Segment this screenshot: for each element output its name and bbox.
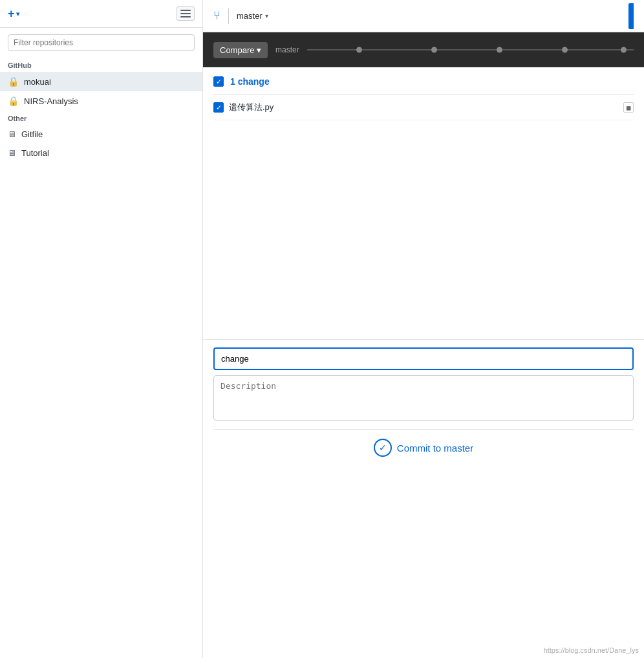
changes-content: 1 change 遗传算法.py ◼ [203,67,644,339]
panel-toggle-icon [180,10,191,17]
branch-button[interactable]: master ▾ [237,11,268,21]
topbar-divider [228,8,229,24]
file-row: 遗传算法.py ◼ [213,95,634,120]
sidebar-item-nirs-analysis[interactable]: 🔒 NIRS-Analysis [0,91,202,111]
filename: 遗传算法.py [229,102,618,113]
filter-container [0,28,202,58]
timeline-dot-3 [497,47,502,53]
commit-circle-icon: ✓ [374,439,392,457]
monitor-icon-gitfile: 🖥 [8,129,16,139]
timeline-dot-2 [431,47,437,53]
commit-button-row: ✓ Commit to master [213,429,634,462]
watermark: https://blog.csdn.net/Dane_lys [544,646,639,654]
commit-summary-input[interactable] [213,347,634,370]
commit-description-input[interactable] [213,375,634,421]
panel-toggle-button[interactable] [177,6,195,21]
new-button-label: + [8,7,15,21]
sidebar-item-tutorial[interactable]: 🖥 Tutorial [0,144,202,162]
file-checkbox[interactable] [213,102,224,113]
timeline-dot-5 [621,47,627,53]
history-area: Compare ▾ master [203,32,644,67]
changes-count: 1 change [230,76,270,87]
sidebar-item-mokuai[interactable]: 🔒 mokuai [0,72,202,91]
sidebar-item-label-gitfile: Gitfile [21,129,43,139]
lock-icon: 🔒 [8,76,19,87]
monitor-icon-tutorial: 🖥 [8,148,16,158]
commit-check-icon: ✓ [379,443,387,453]
commit-button-label: Commit to master [397,443,473,454]
timeline-dot-4 [562,47,568,53]
branch-name: master [237,11,263,21]
select-all-checkbox[interactable] [213,76,224,87]
topbar: ⑂ master ▾ [203,0,644,32]
new-button-caret: ▾ [16,10,19,17]
timeline-container: master [275,40,634,60]
sidebar-item-label-mokuai: mokuai [24,77,51,87]
topbar-right-accent [628,3,634,29]
lock-icon-nirs: 🔒 [8,96,19,106]
sidebar-item-gitfile[interactable]: 🖥 Gitfile [0,125,202,144]
compare-label: Compare ▾ [220,45,261,55]
commit-button[interactable]: ✓ Commit to master [374,439,473,457]
timeline-label: master [275,45,299,54]
filter-input[interactable] [8,34,195,51]
branch-icon: ⑂ [213,9,220,23]
sidebar-item-label-tutorial: Tutorial [21,148,49,158]
changes-header: 1 change [213,67,634,95]
main-content: ⑂ master ▾ Compare ▾ master [203,0,644,658]
commit-section: ✓ Commit to master [203,339,644,470]
compare-button[interactable]: Compare ▾ [213,42,268,58]
changes-panel: 1 change 遗传算法.py ◼ ✓ Commit to master [203,67,644,658]
new-button[interactable]: + ▾ [8,7,19,21]
timeline-dot-1 [356,47,362,53]
timeline-track [307,49,634,50]
sidebar: + ▾ GitHub 🔒 mokuai 🔒 NIRS-Analysis Othe… [0,0,203,658]
other-section-label: Other [0,111,202,125]
file-status-icon: ◼ [623,102,634,113]
sidebar-header: + ▾ [0,0,202,28]
github-section-label: GitHub [0,58,202,72]
branch-caret: ▾ [265,12,268,19]
sidebar-item-label-nirs: NIRS-Analysis [24,96,78,106]
